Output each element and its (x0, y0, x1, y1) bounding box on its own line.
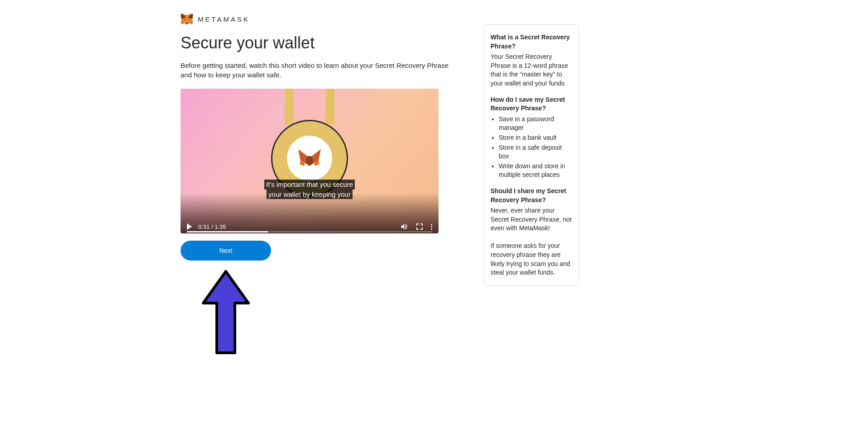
video-progress-fill (187, 231, 268, 233)
sidebar-section-share: Should I share my Secret Recovery Phrase… (491, 187, 572, 277)
page-title: Secure your wallet (181, 33, 461, 52)
sidebar-heading-what: What is a Secret Recovery Phrase? (491, 33, 572, 51)
more-options-icon[interactable] (431, 224, 432, 230)
sidebar-text-what: Your Secret Recovery Phrase is a 12-word… (491, 52, 572, 88)
sidebar-section-what: What is a Secret Recovery Phrase? Your S… (491, 33, 572, 88)
sidebar-text-share1: Never, ever share your Secret Recovery P… (491, 206, 572, 233)
video-player[interactable]: It's important that you secure your wall… (181, 89, 439, 233)
sidebar-heading-save: How do I save my Secret Recovery Phrase? (491, 95, 572, 113)
sidebar-section-save: How do I save my Secret Recovery Phrase?… (491, 95, 572, 180)
video-progress-bar[interactable] (187, 231, 432, 233)
caption-line-2: your wallet by keeping your (267, 190, 353, 199)
video-caption: It's important that you secure your wall… (264, 180, 355, 199)
main-content: METAMASK Secure your wallet Before getti… (181, 13, 461, 359)
arrow-annotation-icon (199, 267, 461, 359)
intro-text: Before getting started, watch this short… (181, 61, 461, 80)
volume-icon[interactable] (400, 223, 408, 231)
list-item: Store in a safe deposit box (499, 143, 572, 161)
list-item: Store in a bank vault (499, 133, 572, 142)
fox-in-lock-icon (296, 147, 323, 170)
next-button[interactable]: Next (181, 241, 271, 261)
play-icon[interactable] (187, 223, 192, 230)
video-time: 0:31 / 1:35 (198, 223, 226, 230)
sidebar-save-list: Save in a password manager Store in a ba… (491, 115, 572, 180)
sidebar-heading-share: Should I share my Secret Recovery Phrase… (491, 187, 572, 204)
metamask-fox-icon (181, 13, 193, 25)
info-sidebar: What is a Secret Recovery Phrase? Your S… (484, 24, 579, 286)
sidebar-text-share2: If someone asks for your recovery phrase… (491, 242, 572, 277)
list-item: Write down and store in multiple secret … (499, 162, 572, 180)
brand-name: METAMASK (198, 15, 250, 23)
caption-line-1: It's important that you secure (264, 180, 355, 190)
logo-header: METAMASK (181, 13, 461, 25)
fullscreen-icon[interactable] (416, 223, 423, 230)
list-item: Save in a password manager (499, 115, 572, 133)
